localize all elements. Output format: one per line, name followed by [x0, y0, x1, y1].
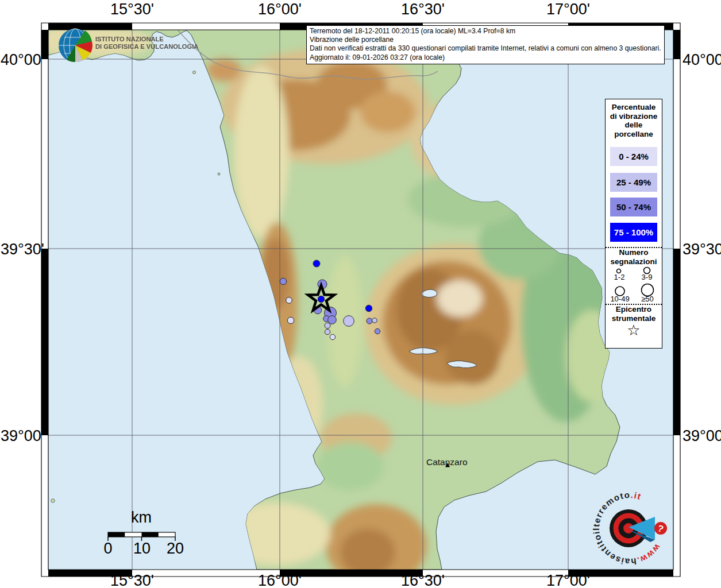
screenshot-canvas: 15°30' 16°00' 16°30' 17°00' 15°30' 16°00… — [0, 0, 721, 588]
axis-label-left-4000: 40°00' — [1, 51, 38, 69]
axis-label-bottom-1530: 15°30' — [98, 572, 167, 588]
event-updated-line: Aggiornato il: 09-01-2026 03:27 (ora loc… — [310, 53, 661, 62]
scale-tick-20: 20 — [158, 540, 192, 558]
islet — [51, 499, 55, 502]
axis-label-left-3900: 39°00' — [1, 427, 38, 445]
felt-report-point — [367, 318, 372, 324]
axis-label-bottom-1630: 16°30' — [388, 572, 457, 588]
scale-tick-0: 0 — [91, 540, 125, 558]
axis-label-bottom-1600: 16°00' — [245, 572, 314, 588]
felt-report-point — [372, 318, 377, 323]
axis-label-right-3900: 39°00' — [683, 427, 721, 445]
felt-report-point — [365, 305, 372, 311]
legend-count-3-9: 3-9 — [634, 273, 660, 281]
event-data-line: Dati non verificati estratti da 330 ques… — [310, 44, 661, 53]
axis-label-right-3930: 39°30' — [683, 241, 721, 258]
legend-class-0-24: 0 - 24% — [610, 147, 657, 166]
felt-report-point — [286, 297, 292, 304]
legend-class-25-49: 25 - 49% — [610, 173, 657, 192]
felt-report-point — [325, 329, 330, 334]
legend-count-1-2: 1-2 — [607, 273, 632, 281]
event-title-line: Terremoto del 18-12-2011 00:20:15 (ora l… — [310, 27, 661, 36]
felt-report-point — [375, 328, 380, 334]
islet — [218, 173, 220, 175]
felt-report-point — [280, 278, 286, 284]
felt-report-point — [313, 260, 320, 267]
legend-count-50: ≥50 — [634, 295, 661, 303]
felt-report-point — [325, 323, 330, 328]
axis-label-left-3930: 39°30' — [1, 241, 38, 258]
axis-label-bottom-1700: 17°00' — [534, 572, 603, 588]
scale-unit-label: km — [115, 509, 167, 527]
felt-report-point — [287, 317, 294, 323]
ingv-logo-text: ISTITUTO NAZIONALE DI GEOFISICA E VULCAN… — [95, 36, 198, 51]
event-effect-line: Vibrazione delle porcellane — [310, 36, 661, 44]
legend-class-50-74: 50 - 74% — [610, 198, 657, 216]
epicenter-star-icon: ☆ — [606, 323, 662, 338]
axis-label-right-4000: 40°00' — [683, 51, 721, 69]
axis-label-top-1530: 15°30' — [98, 1, 167, 18]
legend-panel: Percentuale di vibrazione delle porcella… — [605, 99, 662, 349]
axis-label-top-1630: 16°30' — [388, 1, 457, 18]
haisentito-logo-icon: ? www.haisentitoilterremoto.it — [591, 489, 669, 567]
felt-report-point — [318, 296, 324, 302]
felt-report-point — [344, 316, 354, 327]
axis-label-top-1700: 17°00' — [534, 1, 603, 18]
event-info-box: Terremoto del 18-12-2011 00:20:15 (ora l… — [306, 25, 665, 64]
city-label-catanzaro: Catanzaro — [426, 457, 468, 467]
legend-class-75-100: 75 - 100% — [610, 223, 657, 242]
legend-percent-title: Percentuale di vibrazione delle porcella… — [606, 103, 662, 138]
felt-report-point — [330, 334, 335, 339]
legend-count-title: Numero segnalazioni — [606, 248, 662, 266]
islet — [193, 71, 196, 74]
felt-report-point — [328, 316, 337, 324]
axis-label-top-1600: 16°00' — [245, 1, 314, 18]
legend-count-10-49: 10-49 — [606, 295, 634, 303]
legend-epicenter-title: Epicentro strumentale — [606, 305, 662, 323]
scale-tick-10: 10 — [125, 540, 159, 558]
ingv-logo-icon — [57, 28, 94, 64]
